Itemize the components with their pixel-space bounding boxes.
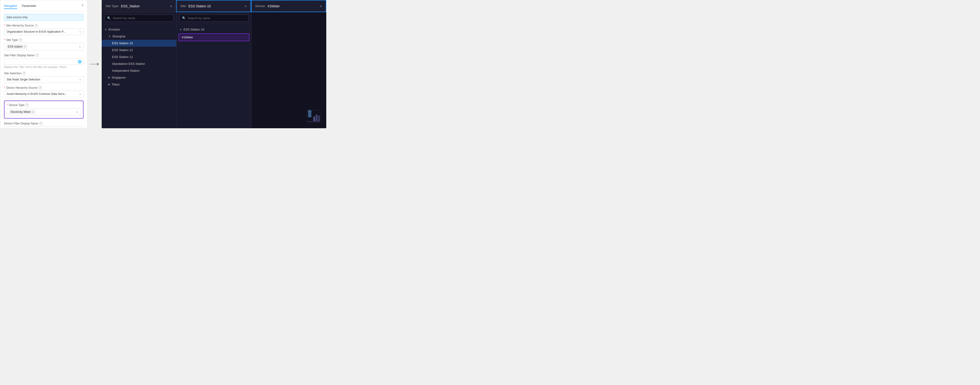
tree-node-ess-station-11[interactable]: ESS Station 11 <box>102 53 177 60</box>
site-type-help-icon[interactable]: ? <box>19 38 22 42</box>
site-type-tag-select[interactable]: ESS station ✕ <box>4 43 83 50</box>
device-type-tag-select[interactable]: Electricity Meter ✕ <box>7 108 81 116</box>
device-1meter-label: #1Meter <box>182 35 193 39</box>
dropdown-bars: Site Type: ESS_Station ∨ Site: ESS Stati… <box>102 0 326 12</box>
site-hierarchy-help-icon[interactable]: ? <box>35 24 38 27</box>
singapore-chevron-icon: ▶ <box>108 76 110 79</box>
site-type-dropdown-bar[interactable]: Site Type: ESS_Station ∨ <box>102 0 176 12</box>
device-column: 🔍 ▼ ESS Station 10 #1Meter <box>177 12 251 128</box>
close-icon[interactable]: ✕ <box>81 3 84 7</box>
device-hierarchy-source-section: * Device Hierarchy Source ? Asset Hierar… <box>4 86 83 97</box>
site-selection-help-icon[interactable]: ? <box>22 72 25 75</box>
site-selection-label: Site Selection ? <box>4 72 83 75</box>
site-hierarchy-source-label: * Site Hierarchy Source ? <box>4 24 83 27</box>
left-panel: Navigator Parameter ✕ data source only. … <box>0 0 88 128</box>
device-hierarchy-select-wrapper: Asset Hierarchy in EnOS Common Data Serv… <box>4 91 83 97</box>
svg-rect-5 <box>307 121 320 122</box>
site-dropdown-bar[interactable]: Site: ESS Station 10 ∧ <box>176 0 251 12</box>
site-type-tag: ESS station ✕ <box>6 45 27 49</box>
device-filter-help-icon[interactable]: ? <box>39 122 43 125</box>
site-dropdown-value: ESS Station 10 <box>188 4 243 8</box>
ess-station-11-label: ESS Station 11 <box>112 55 133 59</box>
device-tree-node-1meter[interactable]: #1Meter <box>178 34 250 41</box>
tree-node-singapore[interactable]: ▶ Singapore <box>102 74 177 81</box>
svg-rect-3 <box>316 115 318 121</box>
site-hierarchy-select-wrapper: Organization Structure in EnOS Applicati… <box>4 29 83 35</box>
site-selection-select-wrapper: Site Node Single Selection <box>4 76 83 83</box>
device-dropdown-bar[interactable]: Device: #1Meter ∧ <box>251 0 326 12</box>
panel-tabs: Navigator Parameter ✕ <box>4 4 83 11</box>
ess-station-12-label: ESS Station 12 <box>112 48 133 52</box>
site-type-tag-close[interactable]: ✕ <box>24 45 25 48</box>
tokyo-label: Tokyo <box>111 83 119 86</box>
device-hierarchy-source-label: * Device Hierarchy Source ? <box>4 86 83 89</box>
site-selection-select[interactable]: Site Node Single Selection <box>4 76 83 83</box>
dropdown-columns: 🔍 ▼ Envision ▼ Shanghai ESS Station 10 <box>102 12 326 128</box>
site-column: 🔍 ▼ Envision ▼ Shanghai ESS Station 10 <box>102 12 177 128</box>
device-hierarchy-select[interactable]: Asset Hierarchy in EnOS Common Data Serv… <box>4 91 83 97</box>
device-filter-input-wrapper: 🌐 <box>4 126 83 128</box>
envision-label: Envision <box>108 28 120 31</box>
svg-rect-4 <box>318 115 320 121</box>
tab-navigator[interactable]: Navigator <box>4 4 17 9</box>
site-hierarchy-select[interactable]: Organization Structure in EnOS Applicati… <box>4 29 83 35</box>
device-type-tag-close[interactable]: ✕ <box>32 111 33 113</box>
device-filter-globe-icon[interactable]: 🌐 <box>78 128 81 128</box>
site-type-dropdown-value: ESS_Station <box>121 4 168 8</box>
site-type-section: * Site Type ? ESS station ✕ <box>4 38 83 50</box>
site-filter-hint: Replace the "Site" text in the filter, f… <box>4 65 83 69</box>
device-type-help-icon[interactable]: ? <box>25 104 29 107</box>
device-tree-node-ess-station-10[interactable]: ▼ ESS Station 10 <box>177 26 251 33</box>
site-hierarchy-source-section: * Site Hierarchy Source ? Organization S… <box>4 24 83 35</box>
chart-decoration-icon <box>302 109 321 123</box>
site-selection-section: Site Selection ? Site Node Single Select… <box>4 72 83 83</box>
tree-node-ess-station-12[interactable]: ESS Station 12 <box>102 46 177 53</box>
device-ess-station-10-label: ESS Station 10 <box>183 28 204 31</box>
site-type-dropdown-label: Site Type: <box>105 4 119 8</box>
site-search-input-wrapper: 🔍 <box>105 15 173 22</box>
svg-rect-1 <box>308 113 311 117</box>
required-star: * <box>7 104 8 107</box>
standalone-ess-station-label: Standalone ESS Station <box>112 62 145 65</box>
device-type-label: * Device Type ? <box>7 104 81 107</box>
site-tree: ▼ Envision ▼ Shanghai ESS Station 10 ESS… <box>102 24 177 90</box>
site-filter-help-icon[interactable]: ? <box>35 54 39 57</box>
site-search-icon: 🔍 <box>107 16 111 20</box>
device-search-icon: 🔍 <box>182 16 186 20</box>
site-filter-display-name-section: Site Filter Display Name ? 🌐 Replace the… <box>4 54 83 69</box>
svg-point-0 <box>308 110 312 113</box>
device-hierarchy-help-icon[interactable]: ? <box>38 86 41 89</box>
tab-parameter[interactable]: Parameter <box>22 4 37 9</box>
shanghai-chevron-icon: ▼ <box>108 35 111 38</box>
device-ess10-chevron-icon: ▼ <box>180 28 182 31</box>
tree-node-tokyo[interactable]: ▶ Tokyo <box>102 81 177 88</box>
envision-chevron-icon: ▼ <box>105 28 107 31</box>
device-search-input[interactable] <box>188 16 246 20</box>
tree-node-ess-station-10[interactable]: ESS Station 10 <box>102 40 177 46</box>
device-dropdown-label: Device: <box>255 4 266 8</box>
device-dropdown-value: #1Meter <box>268 4 318 8</box>
site-search-box: 🔍 <box>102 12 177 24</box>
right-dark-area <box>251 12 326 128</box>
site-search-input[interactable] <box>113 16 171 20</box>
globe-icon[interactable]: 🌐 <box>78 60 81 64</box>
tree-node-independent-station[interactable]: Independent Station <box>102 67 177 74</box>
independent-station-label: Independent Station <box>112 69 140 72</box>
shanghai-label: Shanghai <box>112 35 125 38</box>
device-type-tag: Electricity Meter ✕ <box>9 110 35 114</box>
singapore-label: Singapore <box>111 76 126 79</box>
device-chevron-icon: ∧ <box>320 5 322 8</box>
right-panel: Site Type: ESS_Station ∨ Site: ESS Stati… <box>102 0 326 128</box>
site-type-chevron-icon: ∨ <box>170 5 172 8</box>
required-star: * <box>4 24 5 27</box>
site-dropdown-label: Site: <box>180 4 186 8</box>
tree-node-envision[interactable]: ▼ Envision <box>102 26 177 33</box>
tree-node-shanghai[interactable]: ▼ Shanghai <box>102 33 177 40</box>
site-type-label: * Site Type ? <box>4 38 83 42</box>
site-chevron-icon: ∧ <box>245 5 247 8</box>
tree-node-standalone-ess-station[interactable]: Standalone ESS Station <box>102 60 177 67</box>
site-filter-display-name-input[interactable] <box>4 58 83 65</box>
tokyo-chevron-icon: ▶ <box>108 83 110 86</box>
required-star: * <box>4 86 5 89</box>
device-filter-display-name-input[interactable] <box>4 126 83 128</box>
